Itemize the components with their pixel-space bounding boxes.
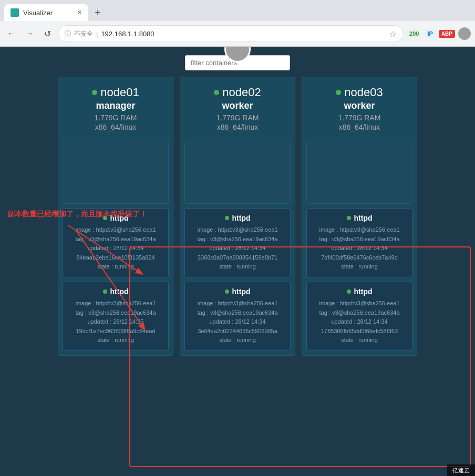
node02-container-2-name: httpd bbox=[232, 287, 251, 296]
tab-favicon bbox=[11, 8, 19, 17]
nav-actions: 200 IP ABP bbox=[407, 27, 471, 40]
node03-c2-id: 1785306fb65dd0f6befc58f363 bbox=[312, 327, 407, 336]
node02-c2-updated: updated : 28/12 14:34 bbox=[190, 317, 285, 327]
node-column-node02: node02 worker 1.779G RAM x86_64/linux ht… bbox=[180, 77, 295, 356]
node02-container-1-dot bbox=[225, 216, 229, 220]
node03-container-2-dot bbox=[347, 289, 351, 294]
lock-icon: ⓘ bbox=[65, 29, 71, 38]
back-button[interactable]: ← bbox=[4, 26, 19, 41]
nav-bar: ← → ↺ ⓘ 不安全 | 192.168.1.1:8080 ☆ 200 IP … bbox=[0, 21, 475, 46]
node03-container-2-name: httpd bbox=[354, 287, 373, 296]
node03-container-2: httpd image : httpd:v3@sha256:eea1 tag :… bbox=[306, 282, 412, 351]
node01-c1-state: state : running bbox=[68, 262, 163, 272]
node01-container-2: httpd image : httpd:v3@sha256:eea1 tag :… bbox=[63, 282, 169, 351]
node03-c1-updated: updated : 28/12 14:34 bbox=[312, 244, 407, 253]
node01-name-row: node01 bbox=[64, 86, 168, 99]
node02-container-2-info: image : httpd:v3@sha256:eea1 tag : v3@sh… bbox=[190, 299, 285, 345]
node01-c1-updated: updated : 28/12 14:34 bbox=[68, 244, 163, 253]
node03-c2-updated: updated : 28/12 14:34 bbox=[312, 317, 407, 327]
node02-container-1-name: httpd bbox=[232, 214, 251, 222]
user-avatar[interactable] bbox=[458, 27, 471, 40]
node03-container-1: httpd image : httpd:v3@sha256:eea1 tag :… bbox=[306, 208, 412, 277]
node02-c1-id: 3368c0a07aa908354159e8b71 bbox=[190, 253, 285, 263]
node01-c2-image: image : httpd:v3@sha256:eea1 bbox=[68, 299, 163, 308]
node02-name-row: node02 bbox=[185, 86, 290, 99]
tab-close-button[interactable]: × bbox=[77, 8, 82, 17]
node02-containers: httpd image : httpd:v3@sha256:eea1 tag :… bbox=[180, 137, 295, 355]
node03-c2-image: image : httpd:v3@sha256:eea1 bbox=[312, 299, 407, 308]
watermark-text: 亿速云 bbox=[452, 467, 470, 473]
node03-ram: 1.779G RAM bbox=[307, 113, 411, 122]
node03-c1-id: 7df400df58e6476c6ceb7a49d bbox=[312, 253, 407, 263]
node01-container-2-name: httpd bbox=[110, 287, 129, 296]
node01-name: node01 bbox=[100, 86, 139, 99]
ip-badge: IP bbox=[425, 29, 435, 38]
node02-c2-state: state : running bbox=[190, 336, 285, 345]
node01-c2-id: 19dcf1e7ec963809f8a9c64ead bbox=[68, 327, 163, 336]
node01-container-2-name-row: httpd bbox=[68, 287, 163, 296]
node02-arch: x86_64/linux bbox=[185, 123, 290, 131]
node01-c1-image: image : httpd:v3@sha256:eea1 bbox=[68, 225, 163, 235]
node01-c1-tag: tag : v3@sha256:eea19ac634a bbox=[68, 235, 163, 244]
node02-container-1-info: image : httpd:v3@sha256:eea1 tag : v3@sh… bbox=[190, 225, 285, 272]
node01-container-2-info: image : httpd:v3@sha256:eea1 tag : v3@sh… bbox=[68, 299, 163, 345]
node03-arch: x86_64/linux bbox=[307, 123, 411, 131]
node02-header: node02 worker 1.779G RAM x86_64/linux bbox=[180, 77, 295, 137]
node01-arch: x86_64/linux bbox=[64, 123, 168, 131]
node01-c2-tag: tag : v3@sha256:eea19ac634a bbox=[68, 308, 163, 318]
bookmark-star-icon[interactable]: ☆ bbox=[389, 29, 397, 39]
node02-c1-image: image : httpd:v3@sha256:eea1 bbox=[190, 225, 285, 235]
node03-role: worker bbox=[307, 100, 411, 111]
node01-c2-state: state : running bbox=[68, 336, 163, 345]
node02-container-2-dot bbox=[225, 289, 229, 294]
node02-ram: 1.779G RAM bbox=[185, 113, 290, 122]
node01-container-1-info: image : httpd:v3@sha256:eea1 tag : v3@sh… bbox=[68, 225, 163, 272]
address-text: 192.168.1.1:8080 bbox=[101, 30, 386, 38]
node02-c2-id: 3e04ea2c02344636c5906965a bbox=[190, 327, 285, 336]
node02-container-1-name-row: httpd bbox=[190, 214, 285, 222]
address-bar[interactable]: ⓘ 不安全 | 192.168.1.1:8080 ☆ bbox=[58, 25, 404, 42]
node03-status-dot bbox=[336, 90, 341, 95]
forward-button[interactable]: → bbox=[22, 26, 37, 41]
node03-container-1-dot bbox=[347, 216, 351, 220]
abp-badge: ABP bbox=[439, 30, 455, 38]
node02-status-dot bbox=[214, 90, 219, 95]
node01-container-2-dot bbox=[103, 289, 107, 294]
node02-container-2-name-row: httpd bbox=[190, 287, 285, 296]
node03-container-2-name-row: httpd bbox=[312, 287, 407, 296]
node01-header: node01 manager 1.779G RAM x86_64/linux bbox=[58, 77, 173, 137]
app-content: node01 manager 1.779G RAM x86_64/linux h… bbox=[0, 47, 475, 476]
status-badge-200: 200 bbox=[407, 29, 421, 38]
node02-c2-tag: tag : v3@sha256:eea19ac634a bbox=[190, 308, 285, 318]
node01-ram: 1.779G RAM bbox=[64, 113, 168, 122]
node02-role: worker bbox=[185, 100, 290, 111]
node03-container-2-info: image : httpd:v3@sha256:eea1 tag : v3@sh… bbox=[312, 299, 407, 345]
node01-role: manager bbox=[64, 100, 168, 111]
node01-c2-updated: updated : 28/12 14:35 bbox=[68, 317, 163, 327]
node02-c1-tag: tag : v3@sha256:eea19ac634a bbox=[190, 235, 285, 244]
node01-c1-id: 84eaab2ebe16ce10f8135a824 bbox=[68, 253, 163, 263]
node03-container-1-name-row: httpd bbox=[312, 214, 407, 222]
not-secure-label: 不安全 bbox=[74, 29, 93, 38]
node02-c1-updated: updated : 28/12 14:34 bbox=[190, 244, 285, 253]
node02-c2-image: image : httpd:v3@sha256:eea1 bbox=[190, 299, 285, 308]
node01-containers: httpd image : httpd:v3@sha256:eea1 tag :… bbox=[58, 137, 173, 355]
active-tab[interactable]: Visualizer × bbox=[4, 4, 88, 21]
node03-empty-slot bbox=[306, 141, 412, 204]
node03-containers: httpd image : httpd:v3@sha256:eea1 tag :… bbox=[302, 137, 417, 355]
tab-title: Visualizer bbox=[23, 9, 73, 17]
node03-c2-state: state : running bbox=[312, 336, 407, 345]
node03-c1-state: state : running bbox=[312, 262, 407, 272]
node02-container-2: httpd image : httpd:v3@sha256:eea1 tag :… bbox=[184, 282, 291, 351]
annotation-text: 副本数量已经增加了，而且版本也升级了！ bbox=[7, 210, 147, 219]
node01-empty-slot bbox=[63, 141, 169, 204]
new-tab-button[interactable]: + bbox=[90, 5, 105, 20]
node02-container-1: httpd image : httpd:v3@sha256:eea1 tag :… bbox=[184, 208, 291, 277]
node03-container-1-info: image : httpd:v3@sha256:eea1 tag : v3@sh… bbox=[312, 225, 407, 272]
watermark: 亿速云 bbox=[447, 464, 475, 476]
node02-c1-state: state : running bbox=[190, 262, 285, 272]
reload-button[interactable]: ↺ bbox=[40, 26, 55, 41]
tab-bar: Visualizer × + bbox=[0, 0, 475, 21]
node03-container-1-name: httpd bbox=[354, 214, 373, 222]
node03-c2-tag: tag : v3@sha256:eea19ac634a bbox=[312, 308, 407, 318]
